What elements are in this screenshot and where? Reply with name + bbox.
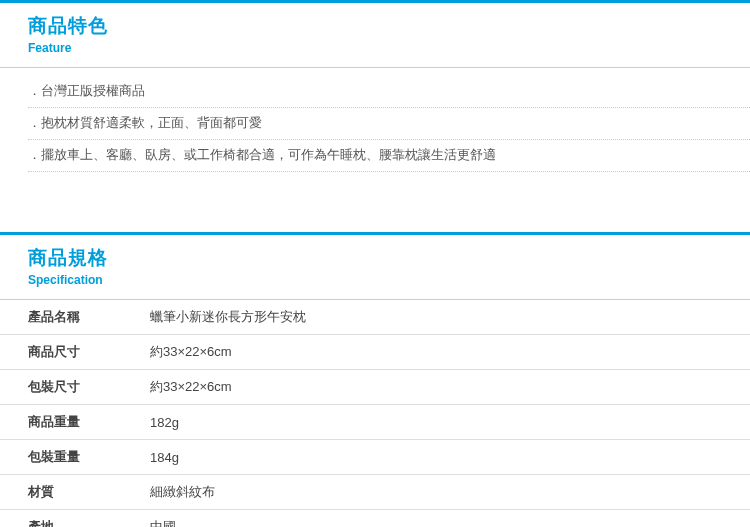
table-row: 包裝重量 184g xyxy=(0,440,750,475)
table-row: 包裝尺寸 約33×22×6cm xyxy=(0,370,750,405)
feature-title-zh: 商品特色 xyxy=(28,13,750,39)
table-row: 商品重量 182g xyxy=(0,405,750,440)
spec-label: 商品尺寸 xyxy=(0,335,150,370)
spec-value: 約33×22×6cm xyxy=(150,370,750,405)
table-row: 產地 中國 xyxy=(0,510,750,528)
feature-item: ．抱枕材質舒適柔軟，正面、背面都可愛 xyxy=(28,108,750,140)
feature-title-en: Feature xyxy=(28,41,750,55)
feature-section: 商品特色 Feature ．台灣正版授權商品 ．抱枕材質舒適柔軟，正面、背面都可… xyxy=(0,0,750,202)
feature-item: ．擺放車上、客廳、臥房、或工作椅都合適，可作為午睡枕、腰靠枕讓生活更舒適 xyxy=(28,140,750,172)
feature-list: ．台灣正版授權商品 ．抱枕材質舒適柔軟，正面、背面都可愛 ．擺放車上、客廳、臥房… xyxy=(0,68,750,172)
spec-value: 182g xyxy=(150,405,750,440)
spec-value: 184g xyxy=(150,440,750,475)
feature-item: ．台灣正版授權商品 xyxy=(28,76,750,108)
spec-value: 中國 xyxy=(150,510,750,528)
spec-value: 細緻斜紋布 xyxy=(150,475,750,510)
spec-label: 材質 xyxy=(0,475,150,510)
spec-table: 產品名稱 蠟筆小新迷你長方形午安枕 商品尺寸 約33×22×6cm 包裝尺寸 約… xyxy=(0,300,750,527)
spec-title-zh: 商品規格 xyxy=(28,245,750,271)
spec-label: 商品重量 xyxy=(0,405,150,440)
table-row: 材質 細緻斜紋布 xyxy=(0,475,750,510)
spec-value: 蠟筆小新迷你長方形午安枕 xyxy=(150,300,750,335)
spec-header: 商品規格 Specification xyxy=(0,235,750,300)
table-row: 產品名稱 蠟筆小新迷你長方形午安枕 xyxy=(0,300,750,335)
spec-value: 約33×22×6cm xyxy=(150,335,750,370)
spec-label: 產地 xyxy=(0,510,150,528)
spec-section: 商品規格 Specification 產品名稱 蠟筆小新迷你長方形午安枕 商品尺… xyxy=(0,232,750,527)
spec-label: 包裝重量 xyxy=(0,440,150,475)
spec-title-en: Specification xyxy=(28,273,750,287)
spec-label: 產品名稱 xyxy=(0,300,150,335)
table-row: 商品尺寸 約33×22×6cm xyxy=(0,335,750,370)
spec-label: 包裝尺寸 xyxy=(0,370,150,405)
feature-header: 商品特色 Feature xyxy=(0,3,750,68)
